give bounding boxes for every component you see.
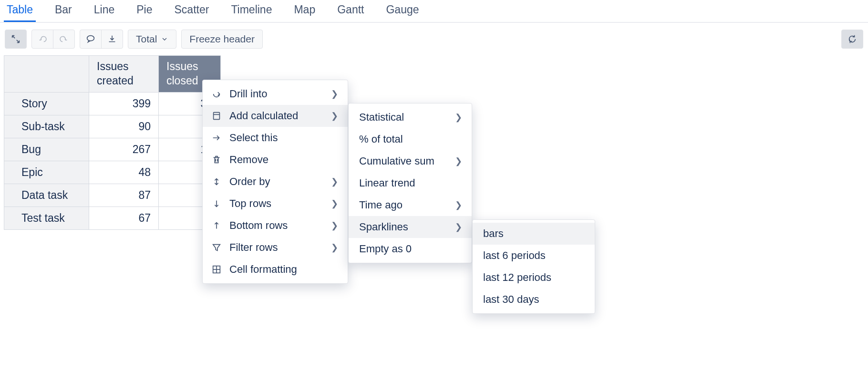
arrow-up-icon xyxy=(211,220,222,231)
comment-button[interactable] xyxy=(80,30,102,49)
freeze-header-label: Freeze header xyxy=(189,33,255,45)
menu-item-bottom-rows[interactable]: Bottom rows ❯ xyxy=(203,215,348,237)
arrow-down-icon xyxy=(211,198,222,209)
chevron-right-icon: ❯ xyxy=(455,112,462,123)
chevron-right-icon: ❯ xyxy=(331,242,338,253)
chevron-right-icon: ❯ xyxy=(331,220,338,231)
menu-item-cell-formatting[interactable]: Cell formatting xyxy=(203,258,348,280)
submenu-item-statistical[interactable]: Statistical ❯ xyxy=(349,106,472,128)
submenu-calculated: Statistical ❯ % of total Cumulative sum … xyxy=(348,103,472,263)
table-row: Sub-task 90 7 xyxy=(4,115,221,138)
cell[interactable]: 48 xyxy=(89,161,159,184)
cell[interactable]: 87 xyxy=(89,184,159,207)
submenu-item-last-12-periods[interactable]: last 12 periods xyxy=(473,267,595,289)
col-header-label: Issues closed xyxy=(166,60,198,87)
row-header[interactable]: Sub-task xyxy=(4,115,89,138)
col-header-issues-created[interactable]: Issues created xyxy=(89,56,159,93)
menu-item-label: bars xyxy=(483,227,585,240)
menu-item-label: Add calculated xyxy=(229,110,323,122)
menu-item-top-rows[interactable]: Top rows ❯ xyxy=(203,193,348,215)
submenu-item-percent-of-total[interactable]: % of total xyxy=(349,128,472,150)
tab-bar[interactable]: Bar xyxy=(52,0,75,22)
tab-timeline[interactable]: Timeline xyxy=(228,0,275,22)
export-button[interactable] xyxy=(101,30,123,49)
menu-item-label: last 12 periods xyxy=(483,271,585,284)
menu-item-label: Top rows xyxy=(229,197,323,210)
menu-item-label: Select this xyxy=(229,132,338,144)
submenu-item-bars[interactable]: bars xyxy=(473,223,595,245)
undo-icon xyxy=(37,34,48,44)
chart-type-tabs: Table Bar Line Pie Scatter Timeline Map … xyxy=(0,0,868,23)
menu-item-drill-into[interactable]: Drill into ❯ xyxy=(203,83,348,105)
refresh-button[interactable] xyxy=(841,30,863,49)
row-header[interactable]: Epic xyxy=(4,161,89,184)
chevron-right-icon: ❯ xyxy=(331,176,338,187)
menu-item-label: Cumulative sum xyxy=(359,155,447,167)
menu-item-add-calculated[interactable]: Add calculated ❯ xyxy=(203,105,348,127)
row-header[interactable]: Test task xyxy=(4,207,89,229)
svg-point-0 xyxy=(87,36,94,41)
menu-item-label: Time ago xyxy=(359,199,447,211)
row-header[interactable]: Bug xyxy=(4,138,89,161)
menu-item-label: Statistical xyxy=(359,111,447,124)
fullscreen-button[interactable] xyxy=(5,30,27,49)
context-menu: Drill into ❯ Add calculated ❯ Select thi… xyxy=(202,80,348,284)
submenu-item-last-30-days[interactable]: last 30 days xyxy=(473,289,595,310)
undo-button[interactable] xyxy=(31,30,53,49)
submenu-sparklines: bars last 6 periods last 12 periods last… xyxy=(472,219,595,314)
tab-table[interactable]: Table xyxy=(4,0,36,22)
tab-map[interactable]: Map xyxy=(291,0,318,22)
freeze-header-button[interactable]: Freeze header xyxy=(181,30,263,49)
col-header-label: Issues created xyxy=(97,60,134,87)
corner-cell[interactable] xyxy=(4,56,89,93)
menu-item-label: Linear trend xyxy=(359,177,462,189)
menu-item-select-this[interactable]: Select this xyxy=(203,127,348,149)
toolbar: Total Freeze header xyxy=(0,23,868,55)
menu-item-filter-rows[interactable]: Filter rows ❯ xyxy=(203,237,348,258)
menu-item-label: Empty as 0 xyxy=(359,243,462,255)
submenu-item-sparklines[interactable]: Sparklines ❯ xyxy=(349,216,472,238)
chevron-right-icon: ❯ xyxy=(455,156,462,166)
submenu-item-last-6-periods[interactable]: last 6 periods xyxy=(473,245,595,267)
table-container: Issues created Issues closed Story 399 3… xyxy=(0,55,868,230)
data-table: Issues created Issues closed Story 399 3… xyxy=(4,55,221,230)
total-label: Total xyxy=(136,33,157,45)
row-header[interactable]: Story xyxy=(4,92,89,115)
drill-icon xyxy=(211,89,222,99)
tab-pie[interactable]: Pie xyxy=(134,0,155,22)
redo-button[interactable] xyxy=(53,30,75,49)
cell[interactable]: 67 xyxy=(89,207,159,229)
chevron-right-icon: ❯ xyxy=(455,200,462,210)
chevron-right-icon: ❯ xyxy=(331,198,338,209)
cell[interactable]: 267 xyxy=(89,138,159,161)
tab-line[interactable]: Line xyxy=(91,0,117,22)
tab-gantt[interactable]: Gantt xyxy=(334,0,367,22)
filter-icon xyxy=(211,242,222,253)
menu-item-label: Sparklines xyxy=(359,221,447,233)
submenu-item-cumulative-sum[interactable]: Cumulative sum ❯ xyxy=(349,150,472,172)
total-dropdown[interactable]: Total xyxy=(128,30,176,49)
expand-icon xyxy=(10,34,21,44)
table-row: Bug 267 19 xyxy=(4,138,221,161)
menu-item-label: % of total xyxy=(359,133,462,145)
arrow-right-icon xyxy=(211,133,222,143)
chevron-down-icon xyxy=(157,35,168,43)
row-header[interactable]: Data task xyxy=(4,184,89,207)
annotate-group xyxy=(80,30,123,49)
menu-item-remove[interactable]: Remove xyxy=(203,149,348,171)
menu-item-label: Drill into xyxy=(229,88,323,100)
menu-item-label: Order by xyxy=(229,176,323,188)
table-row: Test task 67 5 xyxy=(4,207,221,229)
submenu-item-linear-trend[interactable]: Linear trend xyxy=(349,172,472,194)
menu-item-order-by[interactable]: Order by ❯ xyxy=(203,171,348,193)
cell[interactable]: 90 xyxy=(89,115,159,138)
trash-icon xyxy=(211,155,222,165)
submenu-item-time-ago[interactable]: Time ago ❯ xyxy=(349,194,472,216)
tab-gauge[interactable]: Gauge xyxy=(383,0,422,22)
cell[interactable]: 399 xyxy=(89,92,159,115)
tab-scatter[interactable]: Scatter xyxy=(172,0,212,22)
chevron-right-icon: ❯ xyxy=(331,89,338,99)
submenu-item-empty-as-zero[interactable]: Empty as 0 xyxy=(349,238,472,260)
table-row: Data task 87 6 xyxy=(4,184,221,207)
menu-item-label: Cell formatting xyxy=(229,263,338,276)
